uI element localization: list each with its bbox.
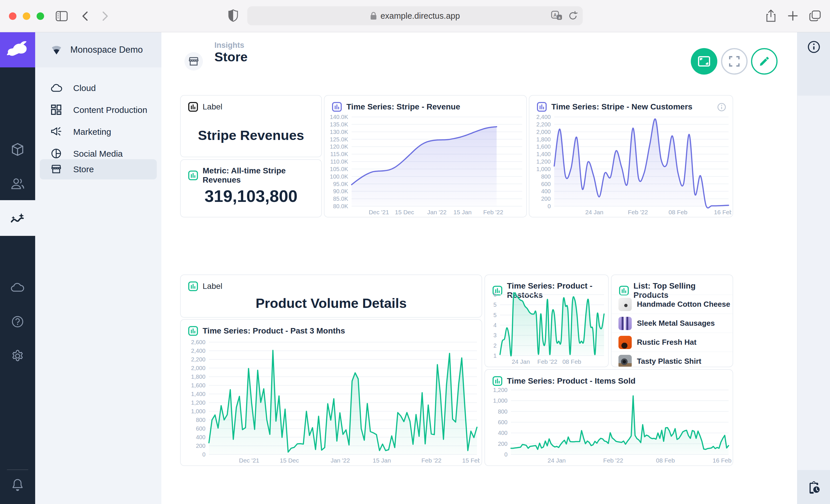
panel-top-products[interactable]: List: Top Selling Products Handmade Cott…: [611, 274, 733, 367]
svg-text:800: 800: [498, 408, 508, 415]
translate-icon[interactable]: Aa: [551, 11, 563, 21]
panel-new-customers-chart[interactable]: Time Series: Stripe - New Customers 2,40…: [529, 95, 733, 217]
list-item[interactable]: Sleek Metal Sausages: [611, 314, 733, 333]
panel-revenue-chart[interactable]: Time Series: Stripe - Revenue 140.0K135.…: [324, 95, 527, 217]
pie-chart-icon: [51, 148, 62, 160]
svg-text:A: A: [553, 13, 557, 18]
sidebar-toggle-icon[interactable]: [55, 10, 68, 22]
panel-label-stripe[interactable]: Label Stripe Revenues: [180, 95, 322, 157]
directus-logo[interactable]: [0, 32, 35, 67]
sidebar-item-label: Social Media: [73, 149, 123, 159]
fullscreen-button[interactable]: [721, 48, 747, 75]
list-item[interactable]: Handmade Cotton Cheese: [611, 295, 733, 314]
window-minimize-button[interactable]: [23, 12, 30, 20]
svg-text:08 Feb: 08 Feb: [669, 209, 687, 215]
svg-text:Feb '22: Feb '22: [483, 209, 503, 215]
svg-text:6: 6: [493, 292, 497, 298]
share-icon[interactable]: [765, 9, 776, 23]
module-insights-icon[interactable]: [0, 200, 35, 236]
workspace-fan-icon: [50, 45, 63, 55]
module-cloud-icon[interactable]: [0, 270, 35, 305]
sidebar-item-label: Store: [73, 164, 94, 174]
module-users-icon[interactable]: [0, 166, 35, 201]
sidebar-item-cloud[interactable]: Cloud: [40, 78, 157, 98]
svg-text:1,000: 1,000: [191, 408, 205, 414]
svg-text:400: 400: [196, 434, 205, 440]
new-tab-icon[interactable]: [787, 10, 798, 21]
sidebar-item-content-production[interactable]: Content Production: [40, 100, 157, 120]
panel-header-label: Time Series: Stripe - Revenue: [346, 102, 460, 111]
product-name: Rustic Fresh Hat: [637, 338, 697, 347]
svg-text:24 Jan: 24 Jan: [512, 358, 530, 365]
svg-text:2,600: 2,600: [191, 340, 205, 345]
svg-text:5: 5: [493, 312, 497, 318]
panel-past3-chart[interactable]: Time Series: Product - Past 3 Months 2,6…: [180, 319, 482, 466]
svg-text:2,000: 2,000: [536, 129, 551, 135]
svg-text:85.0K: 85.0K: [333, 196, 348, 202]
product-name: Tasty Plastic Shirt: [637, 357, 701, 366]
svg-text:1: 1: [493, 352, 497, 359]
browser-chrome: example.directus.app Aa: [0, 0, 830, 32]
reload-icon[interactable]: [568, 11, 578, 21]
product-thumbnail: [618, 336, 632, 349]
svg-text:1,400: 1,400: [536, 151, 551, 157]
panel-header-label: Metric: All-time Stripe Revenues: [202, 166, 321, 184]
product-thumbnail: [618, 298, 632, 311]
svg-text:Jan '22: Jan '22: [330, 457, 350, 464]
svg-text:600: 600: [196, 425, 205, 432]
user-avatar-icon[interactable]: [0, 501, 35, 504]
sidebar-item-marketing[interactable]: Marketing: [40, 122, 157, 142]
edit-dashboard-button[interactable]: [751, 48, 777, 75]
svg-text:4: 4: [493, 322, 497, 328]
fit-screen-icon: [697, 56, 711, 67]
module-settings-icon[interactable]: [0, 338, 35, 373]
breadcrumb[interactable]: Insights: [215, 41, 245, 50]
sidebar-item-store[interactable]: Store: [40, 159, 157, 179]
svg-text:600: 600: [498, 419, 508, 425]
panel-icon: [188, 326, 198, 336]
notifications-bell-icon[interactable]: [0, 467, 35, 502]
svg-text:90.0K: 90.0K: [333, 188, 348, 194]
panel-restocks-chart[interactable]: Time Series: Product - Restocks 65543212…: [484, 274, 609, 367]
panel-header-label: Label: [202, 282, 222, 291]
storefront-icon: [51, 164, 62, 175]
svg-text:0: 0: [202, 451, 205, 458]
product-name: Handmade Cotton Cheese: [637, 300, 730, 309]
panel-items-sold-chart[interactable]: Time Series: Product - Items Sold 1,2001…: [484, 369, 733, 466]
info-sidebar-icon[interactable]: [807, 40, 821, 54]
activity-clipboard-icon[interactable]: [807, 480, 821, 495]
panel-info-icon[interactable]: [717, 103, 726, 112]
list-item[interactable]: Tasty Plastic Shirt: [611, 351, 733, 367]
svg-text:1,600: 1,600: [191, 382, 205, 389]
panel-metric-stripe[interactable]: Metric: All-time Stripe Revenues 319,103…: [180, 159, 322, 217]
module-help-icon[interactable]: [0, 304, 35, 339]
forward-button[interactable]: [101, 10, 109, 22]
pencil-icon: [759, 56, 770, 67]
label-text: Product Volume Details: [181, 295, 482, 311]
window-close-button[interactable]: [9, 12, 17, 20]
privacy-shield-icon[interactable]: [228, 9, 238, 22]
svg-text:115.0K: 115.0K: [330, 151, 348, 157]
panel-header-label: Time Series: Stripe - New Customers: [551, 102, 693, 111]
svg-text:1,200: 1,200: [493, 388, 508, 393]
sidebar-item-label: Content Production: [73, 105, 147, 115]
address-bar[interactable]: example.directus.app Aa: [247, 6, 583, 25]
new-customers-chart: 2,4002,2002,0001,8001,6001,4001,2001,000…: [532, 114, 731, 216]
label-text: Stripe Revenues: [181, 127, 321, 143]
panel-label-product[interactable]: Label Product Volume Details: [180, 274, 482, 318]
svg-text:140.0K: 140.0K: [330, 114, 348, 120]
panel-header-label: Time Series: Product - Past 3 Months: [202, 326, 345, 336]
svg-text:24 Jan: 24 Jan: [585, 209, 604, 215]
window-zoom-button[interactable]: [37, 12, 44, 20]
workspace-header[interactable]: Monospace Demo: [35, 32, 161, 67]
auto-refresh-button[interactable]: [691, 48, 717, 75]
list-item[interactable]: Rustic Fresh Hat: [611, 333, 733, 351]
right-rail: [797, 32, 830, 504]
back-button[interactable]: [81, 10, 89, 22]
past3-chart: 2,6002,4002,2002,0001,8001,6001,4001,200…: [184, 340, 480, 464]
module-bar: [0, 32, 35, 504]
module-content-icon[interactable]: [0, 132, 35, 167]
tab-overview-icon[interactable]: [809, 10, 821, 22]
svg-text:2: 2: [493, 342, 497, 349]
lock-icon: [370, 11, 377, 20]
